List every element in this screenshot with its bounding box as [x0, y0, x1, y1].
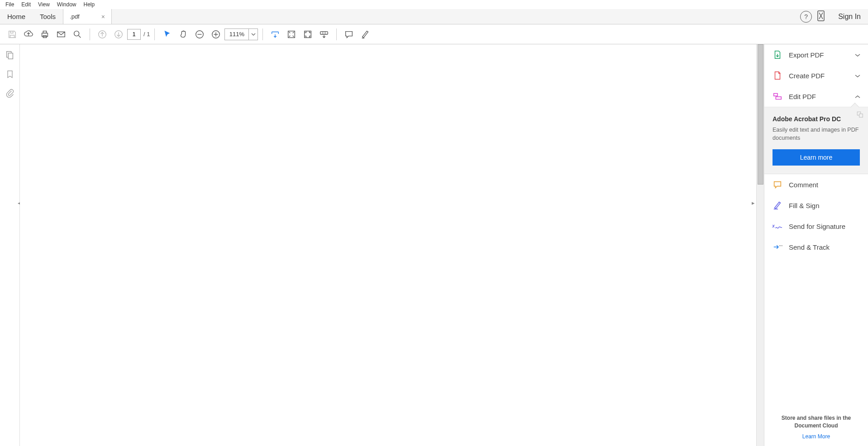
attachment-icon[interactable]: [5, 88, 15, 99]
scrollbar-thumb[interactable]: [758, 44, 763, 185]
page-navigator: / 1: [127, 29, 150, 40]
selection-tool-icon[interactable]: [159, 27, 175, 42]
zoom-value: 111%: [225, 31, 248, 38]
vertical-scrollbar[interactable]: [756, 44, 764, 446]
svg-point-33: [779, 245, 780, 246]
cloud-learn-more-link[interactable]: Learn More: [773, 433, 859, 440]
comment-icon[interactable]: [341, 27, 357, 42]
cloud-upload-icon[interactable]: [21, 27, 36, 42]
search-icon[interactable]: [70, 27, 85, 42]
svg-rect-6: [43, 31, 46, 33]
prev-page-icon[interactable]: [95, 27, 110, 42]
send-track-label: Send & Track: [789, 243, 861, 251]
zoom-selector[interactable]: 111%: [224, 28, 258, 40]
fill-sign-label: Fill & Sign: [789, 202, 861, 209]
svg-line-10: [79, 35, 81, 38]
learn-more-button[interactable]: Learn more: [773, 149, 860, 166]
print-icon[interactable]: [37, 27, 52, 42]
send-track-tool[interactable]: Send & Track: [764, 237, 868, 257]
page-total: / 1: [143, 31, 150, 38]
toolbar: / 1 111%: [0, 24, 868, 44]
menu-bar: File Edit View Window Help: [0, 0, 868, 9]
chevron-up-icon: [854, 93, 861, 100]
promo-body: Easily edit text and images in PDF docum…: [773, 126, 860, 142]
create-pdf-icon: [772, 71, 783, 81]
svg-point-9: [74, 31, 79, 36]
main-area: ◂ ▸ Export PDF Create PDF Edit PDF Adobe…: [0, 44, 868, 446]
menu-view[interactable]: View: [34, 0, 53, 9]
zoom-dropdown-icon[interactable]: [248, 29, 258, 40]
promo-corner-icon: [856, 111, 864, 120]
send-signature-icon: x: [772, 221, 783, 231]
svg-rect-5: [42, 33, 48, 36]
edit-pdf-tool[interactable]: Edit PDF: [764, 86, 868, 107]
highlight-icon[interactable]: [358, 27, 373, 42]
fill-sign-tool[interactable]: Fill & Sign: [764, 195, 868, 216]
document-cloud-promo: Store and share files in the Document Cl…: [764, 408, 868, 446]
svg-rect-3: [10, 35, 14, 38]
menu-window[interactable]: Window: [53, 0, 80, 9]
svg-rect-27: [774, 94, 777, 96]
svg-point-35: [782, 245, 782, 246]
sign-in-button[interactable]: Sign In: [838, 13, 861, 21]
edit-pdf-icon: [772, 91, 783, 101]
create-pdf-label: Create PDF: [789, 72, 854, 80]
comment-label: Comment: [789, 181, 861, 189]
fullscreen-icon[interactable]: [300, 27, 315, 42]
comment-tool-icon: [772, 180, 783, 190]
bookmark-icon[interactable]: [5, 69, 15, 80]
create-pdf-tool[interactable]: Create PDF: [764, 65, 868, 86]
svg-rect-4: [10, 31, 13, 33]
comment-tool[interactable]: Comment: [764, 174, 868, 195]
export-pdf-icon: [772, 50, 783, 60]
save-icon[interactable]: [5, 27, 20, 42]
send-signature-label: Send for Signature: [789, 223, 861, 230]
mobile-link-icon[interactable]: [816, 10, 825, 23]
zoom-out-icon[interactable]: [192, 27, 207, 42]
document-tab[interactable]: .pdf ×: [63, 9, 112, 24]
svg-rect-19: [305, 31, 311, 38]
cloud-promo-text: Store and share files in the Document Cl…: [773, 414, 859, 430]
thumbnails-icon[interactable]: [5, 50, 15, 61]
left-navigation-rail: ◂: [0, 44, 20, 446]
svg-rect-26: [8, 53, 13, 59]
menu-file[interactable]: File: [2, 0, 18, 9]
svg-point-34: [780, 245, 781, 246]
tab-bar: Home Tools .pdf × ? Sign In: [0, 9, 868, 24]
document-viewport[interactable]: ▸: [20, 44, 764, 446]
chevron-down-icon: [854, 52, 861, 58]
edit-pdf-promo: Adobe Acrobat Pro DC Easily edit text an…: [764, 107, 868, 174]
hand-tool-icon[interactable]: [176, 27, 191, 42]
send-track-icon: [772, 242, 783, 252]
export-pdf-tool[interactable]: Export PDF: [764, 44, 868, 65]
menu-help[interactable]: Help: [80, 0, 99, 9]
fill-sign-icon: [772, 200, 783, 210]
send-signature-tool[interactable]: x Send for Signature: [764, 216, 868, 237]
right-panel-collapse-icon[interactable]: ▸: [750, 198, 756, 207]
tools-tab[interactable]: Tools: [33, 9, 63, 24]
email-icon[interactable]: [53, 27, 69, 42]
svg-rect-30: [859, 114, 863, 118]
page-input[interactable]: [127, 29, 141, 40]
fit-page-icon[interactable]: [284, 27, 299, 42]
promo-title: Adobe Acrobat Pro DC: [773, 115, 860, 123]
document-tab-title: .pdf: [70, 13, 80, 20]
export-pdf-label: Export PDF: [789, 51, 854, 59]
read-mode-icon[interactable]: [316, 27, 332, 42]
svg-rect-28: [776, 97, 781, 100]
svg-text:x: x: [772, 223, 775, 228]
home-tab[interactable]: Home: [0, 9, 33, 24]
edit-pdf-label: Edit PDF: [789, 93, 854, 100]
chevron-down-icon: [854, 72, 861, 79]
menu-edit[interactable]: Edit: [18, 0, 34, 9]
zoom-in-icon[interactable]: [208, 27, 224, 42]
close-tab-icon[interactable]: ×: [101, 13, 105, 20]
tools-panel: Export PDF Create PDF Edit PDF Adobe Acr…: [764, 44, 868, 446]
next-page-icon[interactable]: [111, 27, 126, 42]
fit-width-icon[interactable]: [267, 27, 283, 42]
help-icon[interactable]: ?: [800, 11, 812, 23]
